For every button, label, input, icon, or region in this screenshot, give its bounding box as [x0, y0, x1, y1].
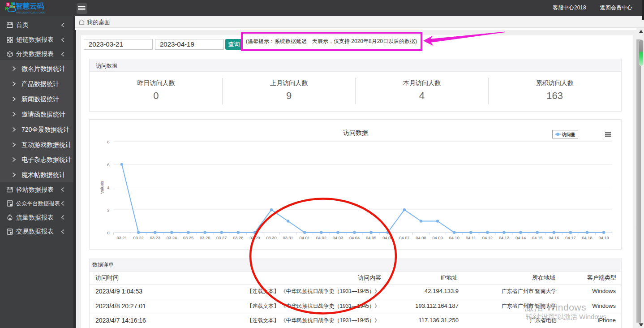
svg-text:03.31: 03.31	[283, 236, 293, 240]
svg-text:04.01: 04.01	[300, 236, 310, 240]
svg-text:0: 0	[107, 230, 109, 235]
svg-text:访问量: 访问量	[562, 132, 575, 137]
svg-text:04.19: 04.19	[599, 236, 609, 240]
svg-text:04.02: 04.02	[316, 236, 326, 240]
svg-text:03.22: 03.22	[133, 236, 144, 240]
svg-text:03.27: 03.27	[216, 236, 227, 240]
svg-text:03.30: 03.30	[266, 236, 276, 240]
svg-text:04.16: 04.16	[549, 236, 559, 240]
svg-text:智慧云码: 智慧云码	[15, 2, 44, 10]
svg-text:04.06: 04.06	[382, 236, 393, 240]
svg-text:8: 8	[107, 139, 109, 144]
svg-text:04.04: 04.04	[349, 236, 360, 240]
svg-text:04.13: 04.13	[499, 236, 509, 240]
svg-text:03.24: 03.24	[167, 236, 177, 240]
svg-text:6: 6	[107, 162, 109, 167]
svg-text:04.07: 04.07	[399, 236, 409, 240]
svg-text:04.14: 04.14	[515, 236, 526, 240]
svg-text:03.28: 03.28	[233, 236, 243, 240]
svg-text:访问数据: 访问数据	[343, 129, 368, 136]
svg-text:04.18: 04.18	[582, 236, 592, 240]
svg-text:03.29: 03.29	[249, 236, 260, 240]
svg-text:4: 4	[107, 185, 109, 190]
svg-text:04.03: 04.03	[333, 236, 343, 240]
svg-text:2: 2	[107, 207, 109, 212]
svg-text:03.25: 03.25	[183, 236, 193, 240]
svg-text:03.23: 03.23	[150, 236, 160, 240]
svg-text:04.05: 04.05	[366, 236, 376, 240]
svg-text:04.17: 04.17	[565, 236, 575, 240]
svg-text:Values: Values	[99, 181, 104, 194]
svg-text:04.15: 04.15	[532, 236, 542, 240]
svg-text:04.08: 04.08	[416, 236, 426, 240]
svg-text:04.09: 04.09	[432, 236, 442, 240]
svg-text:04.11: 04.11	[466, 236, 476, 240]
svg-text:INTELLIGENT CLOUD CODE: INTELLIGENT CLOUD CODE	[16, 12, 45, 14]
svg-text:04.10: 04.10	[449, 236, 459, 240]
svg-text:03.26: 03.26	[200, 236, 210, 240]
svg-text:03.21: 03.21	[116, 236, 127, 240]
svg-text:04.12: 04.12	[482, 236, 493, 240]
